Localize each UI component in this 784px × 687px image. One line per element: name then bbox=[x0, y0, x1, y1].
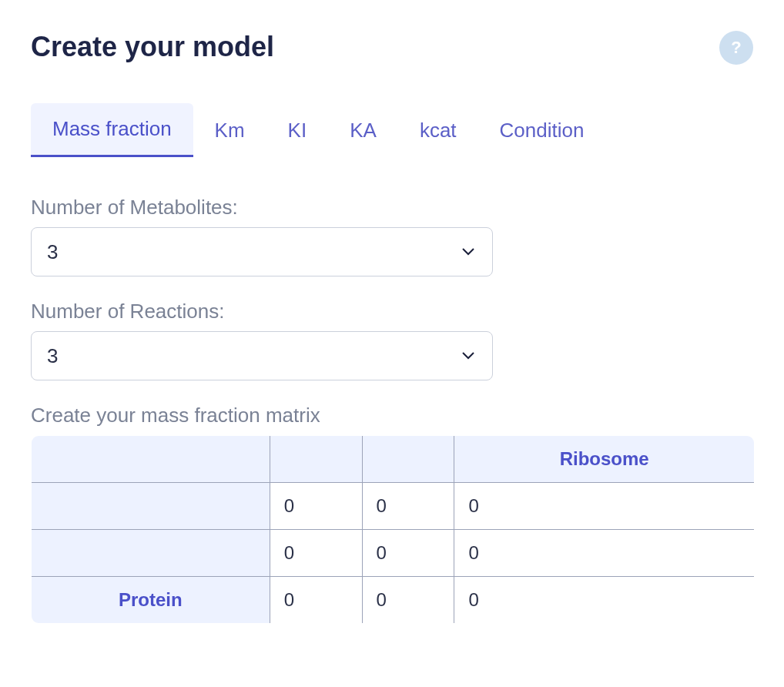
table-row: Protein 0 0 0 bbox=[32, 577, 755, 624]
reactions-select[interactable]: 3 bbox=[31, 331, 493, 380]
metabolites-label: Number of Metabolites: bbox=[31, 196, 753, 220]
col-header-2 bbox=[362, 436, 454, 483]
cell[interactable]: 0 bbox=[362, 577, 454, 624]
cell[interactable]: 0 bbox=[362, 530, 454, 577]
tab-kcat[interactable]: kcat bbox=[398, 103, 478, 157]
table-header-row: Ribosome bbox=[32, 436, 755, 483]
matrix-table: Ribosome 0 0 0 0 0 0 Protein 0 0 0 bbox=[31, 435, 755, 624]
cell[interactable]: 0 bbox=[270, 577, 362, 624]
cell[interactable]: 0 bbox=[362, 483, 454, 530]
row-header-1 bbox=[32, 530, 270, 577]
row-header-2: Protein bbox=[32, 577, 270, 624]
matrix-label: Create your mass fraction matrix bbox=[31, 404, 753, 427]
tabs-container: Mass fraction Km KI KA kcat Condition bbox=[31, 103, 753, 157]
table-row: 0 0 0 bbox=[32, 530, 755, 577]
tab-ki[interactable]: KI bbox=[266, 103, 329, 157]
help-icon[interactable]: ? bbox=[719, 31, 753, 65]
col-header-0 bbox=[32, 436, 270, 483]
tab-ka[interactable]: KA bbox=[328, 103, 398, 157]
help-icon-label: ? bbox=[731, 38, 741, 58]
cell[interactable]: 0 bbox=[454, 530, 755, 577]
col-header-3: Ribosome bbox=[454, 436, 755, 483]
page-title: Create your model bbox=[31, 31, 274, 63]
cell[interactable]: 0 bbox=[454, 577, 755, 624]
metabolites-select[interactable]: 3 bbox=[31, 227, 493, 276]
tab-mass-fraction[interactable]: Mass fraction bbox=[31, 103, 193, 157]
col-header-1 bbox=[270, 436, 362, 483]
tab-condition[interactable]: Condition bbox=[478, 103, 606, 157]
row-header-0 bbox=[32, 483, 270, 530]
cell[interactable]: 0 bbox=[270, 530, 362, 577]
tab-km[interactable]: Km bbox=[193, 103, 266, 157]
table-row: 0 0 0 bbox=[32, 483, 755, 530]
cell[interactable]: 0 bbox=[270, 483, 362, 530]
cell[interactable]: 0 bbox=[454, 483, 755, 530]
reactions-label: Number of Reactions: bbox=[31, 300, 753, 323]
